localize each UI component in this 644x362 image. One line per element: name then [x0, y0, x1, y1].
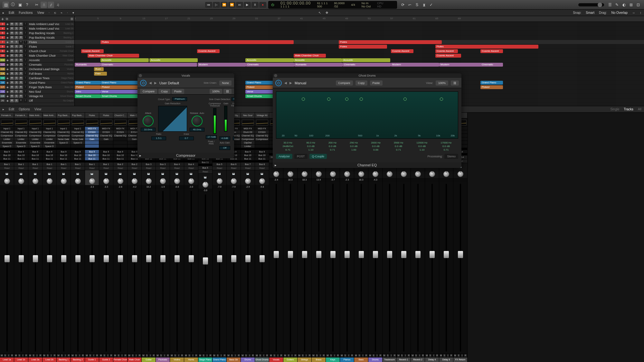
volume-fader[interactable] [213, 189, 226, 354]
empty-slot[interactable] [85, 141, 99, 144]
region[interactable]: Cinematic [480, 63, 503, 67]
tab-tracks[interactable]: Tracks [624, 107, 633, 111]
toolbox-icon[interactable]: ▣ [17, 2, 23, 8]
input-button[interactable]: I [361, 354, 365, 357]
replace-icon[interactable]: ⤺ [407, 2, 413, 8]
lcd-tempo[interactable]: 80,0000 [334, 2, 345, 5]
rec-button[interactable]: R [138, 354, 141, 357]
library-icon[interactable]: ▤ [3, 2, 9, 8]
mute-button[interactable]: M [99, 354, 103, 357]
empty-slot[interactable] [71, 144, 85, 148]
input-button[interactable]: I [276, 354, 280, 357]
rec-button[interactable]: R [180, 354, 184, 357]
strip-label[interactable]: Lead 1b [14, 357, 28, 362]
input-monitor-button[interactable]: I [24, 90, 27, 93]
volume-fader[interactable] [198, 192, 212, 354]
insert-slot[interactable]: Channel EQ [71, 130, 85, 134]
record-enable-button[interactable]: R [19, 86, 23, 89]
volume-fader[interactable] [57, 189, 71, 354]
solo-button[interactable]: S [14, 23, 18, 26]
strip-label[interactable]: Backing 2 [71, 357, 85, 362]
track-name[interactable]: Neo Soul [28, 90, 60, 93]
mute-button[interactable]: M [453, 354, 457, 357]
empty-slot[interactable] [99, 144, 113, 148]
insert-slot[interactable]: Compressor [0, 134, 14, 137]
track-name[interactable]: Grand Piano [28, 81, 60, 84]
region[interactable]: Acoustic [342, 58, 390, 62]
strip-label[interactable]: Ghost Drums [255, 357, 269, 362]
solo-button[interactable]: S [14, 90, 18, 93]
input-button[interactable]: I [135, 354, 138, 357]
track-header-row[interactable]: 18◈MSRINeo SoulDrums [0, 89, 74, 94]
track-lane[interactable]: Male Chamber ChoirMale Chamber ChoirCosm… [75, 53, 644, 58]
rec-button[interactable]: R [336, 354, 340, 357]
alt-tool-icon[interactable]: ✥ [326, 11, 328, 14]
cycle-icon[interactable]: ⟳ [400, 2, 406, 8]
mute-button[interactable]: M [10, 45, 14, 48]
insert-slot[interactable]: Channel EQ [241, 134, 255, 137]
empty-slot[interactable] [85, 144, 99, 148]
output-slot[interactable]: Bus 1 [28, 162, 42, 166]
solo-button[interactable]: S [457, 354, 460, 357]
lcd-loc-l[interactable]: 61 1 1 1 [317, 2, 328, 5]
input-button[interactable]: I [333, 354, 336, 357]
send-slot[interactable]: Bus 10 [241, 153, 255, 157]
send-slot[interactable]: Bus 10 [0, 153, 14, 157]
pan-knob[interactable] [255, 177, 269, 185]
rec-button[interactable]: R [166, 354, 170, 357]
send-slot[interactable]: Bus 11 [85, 157, 99, 161]
solo-button[interactable]: S [414, 354, 418, 357]
nav-next-button[interactable]: ▶ [154, 81, 157, 85]
insert-slot[interactable]: Channel EQ [99, 134, 113, 137]
rec-button[interactable]: R [24, 354, 28, 357]
region[interactable]: Acoustic [294, 58, 342, 62]
input-button[interactable]: I [50, 354, 53, 357]
lcd-out[interactable]: No Out [362, 5, 371, 8]
send-slot[interactable]: Bus 10 [43, 153, 56, 157]
paste-button[interactable]: Paste [370, 80, 383, 86]
link-icon[interactable]: ⛓ [223, 89, 232, 94]
strip-label[interactable]: Vocals [269, 357, 283, 362]
input-monitor-button[interactable]: I [24, 50, 27, 53]
track-lane[interactable]: Cosmic AscentCosmic AscentCosmic AscentC… [75, 49, 644, 53]
solo-button[interactable]: S [14, 59, 18, 62]
scissors-icon[interactable]: ✂ [33, 2, 40, 8]
strip-label[interactable]: Reverb 1 [397, 357, 411, 362]
send-slot[interactable]: Bus 11 [241, 157, 255, 161]
strip-label[interactable]: Drums [241, 357, 255, 362]
volume-fader[interactable] [113, 189, 127, 354]
instrument-slot[interactable]: EXS24 [85, 130, 99, 134]
automation-mode[interactable]: Read [0, 166, 14, 170]
lcd-div[interactable]: /32 [334, 5, 345, 8]
volume-fader[interactable] [85, 189, 99, 354]
copy-button[interactable]: Copy [355, 80, 367, 86]
output-slot[interactable]: Bus 3 [142, 162, 156, 166]
solo-button[interactable]: S [259, 354, 262, 357]
mute-button[interactable]: M [170, 354, 174, 357]
track-name[interactable]: Finger Style Bass [28, 86, 60, 89]
solo-button[interactable]: S [400, 354, 404, 357]
eq-band-node[interactable] [302, 97, 305, 101]
mute-button[interactable]: M [10, 23, 14, 26]
solo-button[interactable]: S [60, 354, 64, 357]
strip-label[interactable]: Guitars [283, 357, 297, 362]
eq-thumbnail[interactable] [14, 118, 28, 127]
solo-button[interactable]: S [159, 354, 163, 357]
track-name[interactable]: Full Brass [28, 72, 60, 75]
input-slot[interactable]: Input 1 [14, 127, 28, 130]
browser-icon[interactable]: ⊞ [628, 2, 634, 8]
input-button[interactable]: I [35, 354, 39, 357]
solo-button[interactable]: S [89, 354, 92, 357]
strip-label[interactable]: Delay 4 [425, 357, 439, 362]
mixer-options-menu[interactable]: Options [19, 107, 30, 111]
list-icon[interactable]: ☰ [607, 2, 613, 8]
mute-button[interactable]: M [283, 354, 287, 357]
volume-fader[interactable] [439, 182, 453, 354]
insert-slot[interactable]: Channel EQ [57, 130, 71, 134]
lcd-bars[interactable]: 1 1 1 1 [280, 5, 311, 8]
automation-mode[interactable]: Read [156, 166, 170, 170]
track-name[interactable]: Pop Backing Vocals [28, 36, 60, 39]
track-header-row[interactable]: 3◈MSRIMale Ambient Lead VocalLead 2a [0, 22, 74, 26]
sc-detect-mode[interactable]: Max [232, 97, 234, 101]
region[interactable]: Rom [94, 67, 104, 71]
